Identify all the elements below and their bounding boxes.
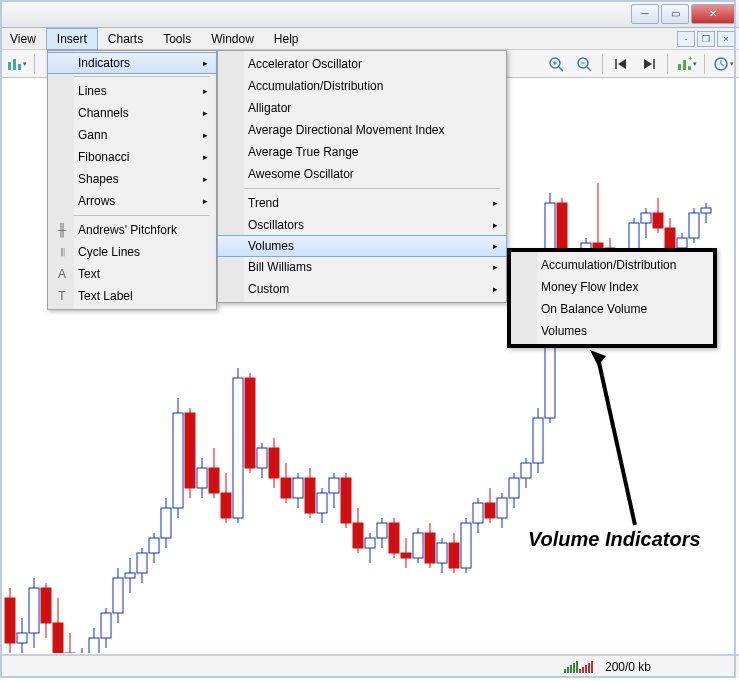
svg-rect-58 (221, 493, 231, 518)
menuitem-vol-mfi[interactable]: Money Flow Index (511, 276, 713, 298)
svg-line-8 (587, 67, 591, 71)
svg-rect-98 (461, 523, 471, 568)
menuitem-trend[interactable]: Trend▸ (218, 192, 506, 214)
svg-rect-78 (341, 478, 351, 523)
svg-rect-50 (173, 413, 183, 508)
annotation-arrow (590, 350, 650, 530)
menu-tools[interactable]: Tools (153, 29, 201, 49)
svg-rect-90 (413, 533, 423, 558)
svg-rect-82 (365, 538, 375, 548)
svg-rect-26 (29, 588, 39, 633)
tool-step-fwd[interactable] (637, 53, 661, 75)
menuitem-fibonacci[interactable]: Fibonacci▸ (48, 146, 216, 168)
svg-rect-48 (161, 508, 171, 538)
menuitem-adx[interactable]: Average Directional Movement Index (218, 119, 506, 141)
menu-charts[interactable]: Charts (98, 29, 153, 49)
svg-rect-42 (125, 573, 135, 578)
menuitem-gann[interactable]: Gann▸ (48, 124, 216, 146)
menuitem-custom[interactable]: Custom▸ (218, 278, 506, 300)
menuitem-bill-williams[interactable]: Bill Williams▸ (218, 256, 506, 278)
menu-window[interactable]: Window (201, 29, 264, 49)
menuitem-awesome-oscillator[interactable]: Awesome Oscillator (218, 163, 506, 185)
cycle-icon: ⫴ (54, 245, 70, 259)
menuitem-accelerator-oscillator[interactable]: Accelerator Oscillator (218, 53, 506, 75)
svg-rect-92 (425, 533, 435, 563)
svg-rect-1 (13, 59, 16, 70)
menuitem-vol-volumes[interactable]: Volumes (511, 320, 713, 342)
svg-line-139 (598, 358, 635, 525)
svg-rect-100 (473, 503, 483, 523)
pitchfork-icon: ╫ (54, 223, 70, 237)
menuitem-alligator[interactable]: Alligator (218, 97, 506, 119)
svg-rect-66 (269, 448, 279, 478)
menuitem-lines[interactable]: Lines▸ (48, 80, 216, 102)
mdi-minimize[interactable]: - (677, 31, 695, 47)
svg-rect-15 (683, 60, 686, 70)
svg-rect-46 (149, 538, 159, 553)
menu-insert[interactable]: Insert (46, 28, 98, 50)
menuitem-accumulation-distribution[interactable]: Accumulation/Distribution (218, 75, 506, 97)
menuitem-shapes[interactable]: Shapes▸ (48, 168, 216, 190)
tool-indicators[interactable]: +▾ (674, 53, 698, 75)
svg-rect-54 (197, 468, 207, 488)
menuitem-vol-obv[interactable]: On Balance Volume (511, 298, 713, 320)
tool-step-back[interactable] (609, 53, 633, 75)
svg-rect-86 (389, 523, 399, 553)
svg-rect-30 (53, 623, 63, 653)
menu-help[interactable]: Help (264, 29, 309, 49)
menuitem-atr[interactable]: Average True Range (218, 141, 506, 163)
svg-rect-72 (305, 478, 315, 513)
mdi-restore[interactable]: ❐ (697, 31, 715, 47)
menuitem-vol-accdist[interactable]: Accumulation/Distribution (511, 254, 713, 276)
mdi-close[interactable]: × (717, 31, 735, 47)
svg-rect-24 (17, 633, 27, 643)
svg-rect-62 (245, 378, 255, 468)
svg-marker-12 (644, 59, 652, 69)
svg-rect-52 (185, 413, 195, 488)
menuitem-text[interactable]: AText (48, 263, 216, 285)
menuitem-arrows[interactable]: Arrows▸ (48, 190, 216, 212)
tool-new-chart[interactable]: ▾ (4, 53, 28, 75)
menuitem-text-label[interactable]: TText Label (48, 285, 216, 307)
svg-rect-16 (688, 66, 691, 70)
tool-periodicity[interactable]: ▾ (711, 53, 735, 75)
svg-line-4 (559, 67, 563, 71)
minimize-button[interactable]: ─ (631, 4, 659, 24)
menuitem-channels[interactable]: Channels▸ (48, 102, 216, 124)
svg-rect-80 (353, 523, 363, 548)
svg-marker-140 (590, 350, 606, 366)
menuitem-oscillators[interactable]: Oscillators▸ (218, 214, 506, 236)
svg-rect-36 (89, 638, 99, 653)
tool-zoom-out[interactable] (572, 53, 596, 75)
svg-rect-84 (377, 523, 387, 538)
svg-rect-138 (701, 208, 711, 213)
svg-rect-102 (485, 503, 495, 518)
svg-rect-56 (209, 468, 219, 493)
menuitem-andrews-pitchfork[interactable]: ╫Andrews' Pitchfork (48, 219, 216, 241)
svg-text:+: + (688, 56, 692, 63)
status-kb: 200/0 kb (605, 660, 651, 674)
svg-rect-38 (101, 613, 111, 638)
annotation-label: Volume Indicators (528, 528, 701, 551)
svg-rect-60 (233, 378, 243, 518)
svg-rect-96 (449, 543, 459, 568)
svg-rect-76 (329, 478, 339, 493)
close-button[interactable]: ✕ (691, 4, 735, 24)
menuitem-cycle-lines[interactable]: ⫴Cycle Lines (48, 241, 216, 263)
svg-rect-70 (293, 478, 303, 498)
menu-view[interactable]: View (0, 29, 46, 49)
svg-rect-134 (677, 238, 687, 248)
svg-rect-110 (533, 418, 543, 463)
svg-rect-28 (41, 588, 51, 623)
text-icon: A (54, 267, 70, 281)
svg-rect-106 (509, 478, 519, 498)
svg-rect-64 (257, 448, 267, 468)
statusbar: 200/0 kb (0, 654, 739, 678)
svg-rect-132 (665, 228, 675, 248)
maximize-button[interactable]: ▭ (661, 4, 689, 24)
tool-zoom-in[interactable] (544, 53, 568, 75)
menuitem-indicators[interactable]: Indicators▸ (47, 52, 217, 74)
menuitem-volumes[interactable]: Volumes▸ (217, 235, 507, 257)
text-label-icon: T (54, 289, 70, 303)
separator (602, 54, 603, 74)
